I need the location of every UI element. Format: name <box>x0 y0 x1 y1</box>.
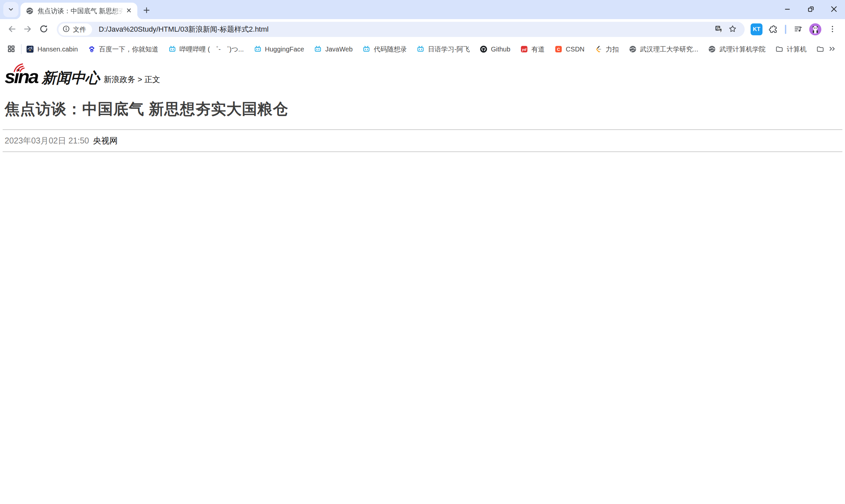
sina-logo-suffix: 新闻中心 <box>41 71 100 85</box>
bookmarks-bar: Hansen.cabindu百度一下，你就知道哔哩哔哩 ( ゜- ゜)つ...H… <box>0 40 845 59</box>
minimize-icon <box>783 5 792 15</box>
bookmark-label: 计算机 <box>787 45 806 54</box>
bookmark-item[interactable]: 武理计算机学院 <box>708 45 765 54</box>
bookmark-item[interactable]: 武汉理工大学研究... <box>629 45 699 54</box>
bookmark-item[interactable]: 力扣 <box>595 45 619 54</box>
info-icon <box>63 25 70 34</box>
site-info-chip[interactable]: 文件 <box>58 23 92 36</box>
masthead: sina 新闻中心 新浪政务 > 正文 <box>0 65 845 85</box>
plus-icon <box>142 6 151 16</box>
bilibili-icon <box>254 45 262 53</box>
bilibili-icon <box>417 45 424 53</box>
bookmark-item[interactable]: HuggingFace <box>254 45 304 53</box>
article-meta: 2023年03月02日 21:50 央视网 <box>0 130 845 151</box>
bookmark-label: JavaWeb <box>325 46 353 53</box>
article-title: 焦点访谈：中国底气 新思想夯实大国粮仓 <box>5 99 845 120</box>
sina-red-lashes-icon <box>13 63 27 74</box>
bookmark-item[interactable]: du百度一下，你就知道 <box>88 45 158 54</box>
globe-favicon-icon <box>26 7 34 15</box>
forward-button[interactable] <box>20 21 36 37</box>
github-icon <box>480 45 488 53</box>
csdn-icon: C <box>554 45 562 53</box>
article-date: 2023年03月02日 21:50 <box>5 135 89 146</box>
kebab-menu-icon <box>828 25 837 34</box>
page-content: sina 新闻中心 新浪政务 > 正文 焦点访谈：中国底气 新思想夯实大国粮仓 … <box>0 59 845 152</box>
sina-logo[interactable]: sina 新闻中心 <box>5 68 100 85</box>
minimize-button[interactable] <box>781 3 794 16</box>
bookmark-label: Hansen.cabin <box>37 46 77 53</box>
bookmark-item[interactable]: Github <box>480 45 510 53</box>
extensions-button[interactable] <box>765 21 781 37</box>
cabin-icon <box>26 45 34 53</box>
profile-avatar[interactable] <box>809 23 822 36</box>
kt-extension-button[interactable]: KT <box>751 23 762 35</box>
apps-grid-icon <box>7 44 16 54</box>
arrow-right-icon <box>23 24 33 35</box>
bookmarks-list: Hansen.cabindu百度一下，你就知道哔哩哔哩 ( ゜- ゜)つ...H… <box>26 45 826 54</box>
double-chevron-right-icon <box>828 44 837 54</box>
reload-icon <box>39 24 49 35</box>
reload-button[interactable] <box>36 21 52 37</box>
bookmark-item[interactable]: JavaWeb <box>314 45 353 53</box>
chevron-down-icon <box>7 5 15 14</box>
leetcode-icon <box>595 45 602 53</box>
folder-icon <box>816 45 824 53</box>
folder-icon <box>775 45 783 53</box>
bookmark-item[interactable]: Hansen.cabin <box>26 45 77 53</box>
bookmark-label: 日语学习-阿飞 <box>428 45 470 54</box>
browser-toolbar: 文件 D:/Java%20Study/HTML/03新浪新闻-标题样式2.htm… <box>0 19 845 40</box>
bookmark-item[interactable]: yd有道 <box>520 45 545 54</box>
bookmark-label: 哔哩哔哩 ( ゜- ゜)つ... <box>179 45 244 54</box>
panda-avatar-icon <box>809 32 822 37</box>
globe-icon <box>708 45 716 53</box>
tab-close-button[interactable] <box>124 6 133 16</box>
back-button[interactable] <box>4 21 20 37</box>
bookmark-label: CSDN <box>566 46 584 53</box>
bookmark-label: HuggingFace <box>265 46 304 53</box>
bookmarks-overflow-button[interactable] <box>826 42 839 56</box>
bookmark-item[interactable]: CCSDN <box>554 45 584 53</box>
window-controls <box>781 3 845 16</box>
restore-button[interactable] <box>804 3 817 16</box>
bookmark-label: 力扣 <box>606 45 619 54</box>
globe-icon <box>629 45 637 53</box>
bilibili-icon <box>363 45 370 53</box>
close-icon <box>830 5 838 14</box>
bilibili-icon <box>314 45 322 53</box>
bookmark-label: 百度一下，你就知道 <box>99 45 158 54</box>
svg-text:C: C <box>557 47 560 52</box>
media-controls-button[interactable] <box>790 21 806 37</box>
bookmark-label: 武汉理工大学研究... <box>640 45 699 54</box>
svg-text:G: G <box>716 26 719 30</box>
puzzle-icon <box>769 24 778 35</box>
divider-bottom <box>3 151 842 152</box>
bookmark-item[interactable]: 哔哩哔哩 ( ゜- ゜)つ... <box>168 45 244 54</box>
active-browser-tab[interactable]: 焦点访谈：中国底气 新思想夯实 <box>20 3 137 19</box>
svg-text:yd: yd <box>522 48 527 52</box>
arrow-left-icon <box>7 24 17 35</box>
restore-icon <box>807 5 815 14</box>
browser-menu-button[interactable] <box>825 21 840 37</box>
svg-text:du: du <box>90 50 93 52</box>
translate-button[interactable]: G <box>712 22 725 36</box>
baidu-icon: du <box>88 45 96 53</box>
bookmark-label: 武理计算机学院 <box>719 45 765 54</box>
bookmark-item[interactable]: 读研 <box>816 45 826 54</box>
tab-strip: 焦点访谈：中国底气 新思想夯实 <box>0 0 845 19</box>
kt-extension-label: KT <box>753 26 760 33</box>
article-source-link[interactable]: 央视网 <box>93 135 118 146</box>
translate-icon: G <box>714 25 723 34</box>
close-window-button[interactable] <box>827 3 840 16</box>
address-bar[interactable]: 文件 D:/Java%20Study/HTML/03新浪新闻-标题样式2.htm… <box>57 22 745 37</box>
toolbar-divider <box>785 25 786 34</box>
url-text: D:/Java%20Study/HTML/03新浪新闻-标题样式2.html <box>99 24 269 34</box>
apps-grid-button[interactable] <box>5 42 18 56</box>
bookmark-item[interactable]: 日语学习-阿飞 <box>417 45 470 54</box>
bookmark-item[interactable]: 代码随想录 <box>363 45 407 54</box>
tab-title: 焦点访谈：中国底气 新思想夯实 <box>38 6 124 16</box>
youdao-icon: yd <box>520 45 528 53</box>
bookmark-item[interactable]: 计算机 <box>775 45 806 54</box>
bilibili-icon <box>168 45 176 53</box>
bookmark-star-button[interactable] <box>725 22 739 36</box>
breadcrumb[interactable]: 新浪政务 > 正文 <box>104 74 160 85</box>
